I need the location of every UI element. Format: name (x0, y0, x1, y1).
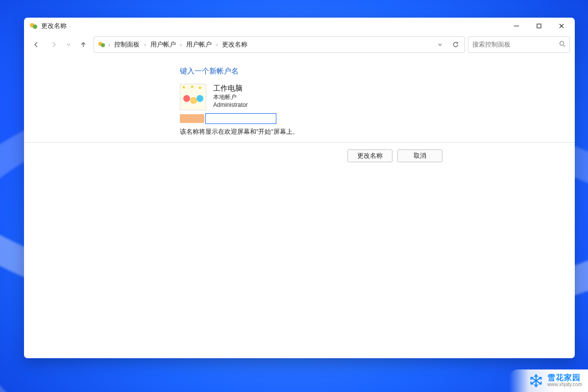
breadcrumb-l1[interactable]: 用户帐户 (148, 40, 178, 50)
back-button[interactable] (29, 37, 44, 52)
user-accounts-icon (30, 22, 38, 30)
address-bar[interactable]: › 控制面板 › 用户帐户 › 用户帐户 › 更改名称 (94, 36, 465, 53)
maximize-button[interactable] (528, 18, 550, 34)
chevron-right-icon: › (180, 42, 182, 48)
up-button[interactable] (76, 37, 91, 52)
watermark: 雪花家园 www.xhjaty.com (509, 369, 588, 392)
search-icon (559, 41, 565, 49)
window-title: 更改名称 (41, 22, 67, 30)
cancel-button[interactable]: 取消 (397, 149, 442, 162)
snowflake-icon (529, 373, 543, 388)
page-heading: 键入一个新帐户名 (24, 67, 575, 76)
refresh-button[interactable] (449, 38, 463, 51)
account-avatar: ★ ★ ★ (180, 84, 206, 110)
account-type: 本地帐户 (213, 93, 248, 101)
hint-text: 该名称将显示在欢迎屏幕和"开始"屏幕上。 (24, 128, 575, 136)
watermark-url: www.xhjaty.com (547, 382, 582, 388)
svg-rect-0 (537, 24, 541, 28)
svg-point-1 (560, 42, 564, 46)
close-button[interactable] (550, 18, 573, 34)
nav-toolbar: › 控制面板 › 用户帐户 › 用户帐户 › 更改名称 搜索控制 (24, 34, 575, 58)
titlebar: 更改名称 (24, 18, 575, 34)
chevron-right-icon: › (144, 42, 146, 48)
watermark-name: 雪花家园 (547, 374, 582, 382)
minimize-button[interactable] (505, 18, 528, 34)
address-dropdown-button[interactable] (433, 38, 447, 51)
account-summary: ★ ★ ★ 工作电脑 本地帐户 Administrator (24, 84, 575, 110)
account-role: Administrator (213, 101, 248, 109)
forward-button[interactable] (47, 37, 61, 52)
recent-locations-button[interactable] (64, 37, 73, 52)
change-name-button[interactable]: 更改名称 (347, 149, 392, 162)
redacted-text (180, 114, 204, 123)
control-panel-window: 更改名称 › 控制面板 › 用户 (24, 18, 575, 358)
user-accounts-icon (98, 41, 105, 48)
new-account-name-input[interactable] (205, 113, 276, 124)
chevron-right-icon: › (216, 42, 218, 48)
breadcrumb-root[interactable]: 控制面板 (112, 40, 142, 50)
chevron-right-icon: › (108, 42, 110, 48)
breadcrumb-l3[interactable]: 更改名称 (220, 40, 249, 50)
account-name: 工作电脑 (213, 84, 248, 93)
content-area: 键入一个新帐户名 ★ ★ ★ 工作电脑 本地帐户 Administrator 该… (24, 58, 575, 358)
search-placeholder: 搜索控制面板 (472, 41, 511, 49)
search-input[interactable]: 搜索控制面板 (468, 36, 570, 53)
breadcrumb-l2[interactable]: 用户帐户 (184, 40, 214, 50)
